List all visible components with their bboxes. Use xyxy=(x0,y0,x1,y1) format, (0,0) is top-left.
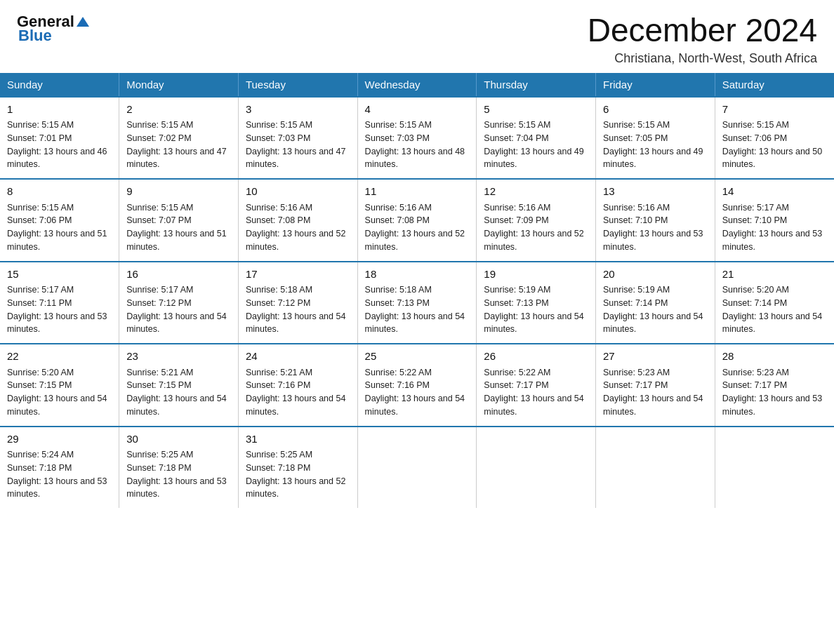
logo-text-blue: Blue xyxy=(18,27,52,44)
day-number: 9 xyxy=(126,184,231,200)
day-number: 16 xyxy=(126,267,231,283)
header-saturday: Saturday xyxy=(715,73,834,97)
day-info: Sunrise: 5:15 AM Sunset: 7:04 PM Dayligh… xyxy=(484,119,588,171)
day-info: Sunrise: 5:22 AM Sunset: 7:16 PM Dayligh… xyxy=(365,366,470,419)
day-number: 6 xyxy=(603,102,708,118)
calendar-cell: 22 Sunrise: 5:20 AM Sunset: 7:15 PM Dayl… xyxy=(0,344,119,427)
day-number: 30 xyxy=(126,431,231,448)
calendar-cell: 9 Sunrise: 5:15 AM Sunset: 7:07 PM Dayli… xyxy=(119,179,239,262)
day-number: 4 xyxy=(365,102,470,118)
day-number: 5 xyxy=(484,102,588,118)
calendar-week-5: 29 Sunrise: 5:24 AM Sunset: 7:18 PM Dayl… xyxy=(0,427,834,509)
calendar-cell: 24 Sunrise: 5:21 AM Sunset: 7:16 PM Dayl… xyxy=(238,344,357,427)
day-info: Sunrise: 5:24 AM Sunset: 7:18 PM Dayligh… xyxy=(7,448,112,501)
day-info: Sunrise: 5:17 AM Sunset: 7:10 PM Dayligh… xyxy=(722,201,827,254)
day-info: Sunrise: 5:15 AM Sunset: 7:03 PM Dayligh… xyxy=(246,119,350,171)
day-info: Sunrise: 5:20 AM Sunset: 7:14 PM Dayligh… xyxy=(722,283,827,336)
day-info: Sunrise: 5:22 AM Sunset: 7:17 PM Dayligh… xyxy=(484,366,588,419)
calendar-cell: 19 Sunrise: 5:19 AM Sunset: 7:13 PM Dayl… xyxy=(477,262,596,344)
calendar-cell: 2 Sunrise: 5:15 AM Sunset: 7:02 PM Dayli… xyxy=(119,97,239,180)
day-info: Sunrise: 5:17 AM Sunset: 7:12 PM Dayligh… xyxy=(126,283,231,336)
day-info: Sunrise: 5:18 AM Sunset: 7:12 PM Dayligh… xyxy=(246,283,350,336)
day-info: Sunrise: 5:15 AM Sunset: 7:07 PM Dayligh… xyxy=(126,201,231,254)
day-number: 22 xyxy=(7,349,112,365)
day-number: 25 xyxy=(365,349,470,365)
day-number: 15 xyxy=(7,267,112,283)
header-tuesday: Tuesday xyxy=(238,73,357,97)
day-info: Sunrise: 5:23 AM Sunset: 7:17 PM Dayligh… xyxy=(722,366,827,419)
day-number: 19 xyxy=(484,267,588,283)
day-number: 17 xyxy=(246,267,350,283)
calendar-cell xyxy=(477,427,596,509)
calendar-cell: 3 Sunrise: 5:15 AM Sunset: 7:03 PM Dayli… xyxy=(238,97,357,180)
calendar-subtitle: Christiana, North-West, South Africa xyxy=(588,51,817,66)
calendar-cell: 14 Sunrise: 5:17 AM Sunset: 7:10 PM Dayl… xyxy=(715,179,834,262)
calendar-header-row: Sunday Monday Tuesday Wednesday Thursday… xyxy=(0,73,834,97)
calendar-cell: 26 Sunrise: 5:22 AM Sunset: 7:17 PM Dayl… xyxy=(477,344,596,427)
day-info: Sunrise: 5:20 AM Sunset: 7:15 PM Dayligh… xyxy=(7,366,112,419)
calendar-table: Sunday Monday Tuesday Wednesday Thursday… xyxy=(0,73,834,509)
calendar-cell: 20 Sunrise: 5:19 AM Sunset: 7:14 PM Dayl… xyxy=(596,262,715,344)
day-info: Sunrise: 5:21 AM Sunset: 7:16 PM Dayligh… xyxy=(246,366,350,419)
calendar-cell: 27 Sunrise: 5:23 AM Sunset: 7:17 PM Dayl… xyxy=(596,344,715,427)
day-number: 8 xyxy=(7,184,112,200)
header-friday: Friday xyxy=(596,73,715,97)
calendar-cell: 31 Sunrise: 5:25 AM Sunset: 7:18 PM Dayl… xyxy=(238,427,357,509)
day-info: Sunrise: 5:25 AM Sunset: 7:18 PM Dayligh… xyxy=(126,448,231,501)
title-block: December 2024 Christiana, North-West, So… xyxy=(588,13,817,66)
calendar-cell: 8 Sunrise: 5:15 AM Sunset: 7:06 PM Dayli… xyxy=(0,179,119,262)
header-wednesday: Wednesday xyxy=(357,73,477,97)
day-number: 2 xyxy=(126,102,231,118)
day-number: 23 xyxy=(126,349,231,365)
calendar-cell xyxy=(596,427,715,509)
day-info: Sunrise: 5:23 AM Sunset: 7:17 PM Dayligh… xyxy=(603,366,708,419)
calendar-cell: 17 Sunrise: 5:18 AM Sunset: 7:12 PM Dayl… xyxy=(238,262,357,344)
calendar-cell: 10 Sunrise: 5:16 AM Sunset: 7:08 PM Dayl… xyxy=(238,179,357,262)
calendar-cell: 18 Sunrise: 5:18 AM Sunset: 7:13 PM Dayl… xyxy=(357,262,477,344)
logo: General Blue xyxy=(17,13,89,45)
day-number: 26 xyxy=(484,349,588,365)
calendar-cell: 4 Sunrise: 5:15 AM Sunset: 7:03 PM Dayli… xyxy=(357,97,477,180)
calendar-cell xyxy=(715,427,834,509)
day-number: 14 xyxy=(722,184,827,200)
day-number: 11 xyxy=(365,184,470,200)
calendar-week-2: 8 Sunrise: 5:15 AM Sunset: 7:06 PM Dayli… xyxy=(0,179,834,262)
calendar-cell: 28 Sunrise: 5:23 AM Sunset: 7:17 PM Dayl… xyxy=(715,344,834,427)
day-info: Sunrise: 5:19 AM Sunset: 7:13 PM Dayligh… xyxy=(484,283,588,336)
calendar-cell: 6 Sunrise: 5:15 AM Sunset: 7:05 PM Dayli… xyxy=(596,97,715,180)
calendar-cell: 23 Sunrise: 5:21 AM Sunset: 7:15 PM Dayl… xyxy=(119,344,239,427)
header-thursday: Thursday xyxy=(477,73,596,97)
header-sunday: Sunday xyxy=(0,73,119,97)
day-number: 20 xyxy=(603,267,708,283)
calendar-cell: 25 Sunrise: 5:22 AM Sunset: 7:16 PM Dayl… xyxy=(357,344,477,427)
day-info: Sunrise: 5:15 AM Sunset: 7:06 PM Dayligh… xyxy=(722,119,827,171)
calendar-cell: 21 Sunrise: 5:20 AM Sunset: 7:14 PM Dayl… xyxy=(715,262,834,344)
day-number: 29 xyxy=(7,431,112,448)
day-number: 27 xyxy=(603,349,708,365)
day-number: 24 xyxy=(246,349,350,365)
header-monday: Monday xyxy=(119,73,239,97)
calendar-cell: 16 Sunrise: 5:17 AM Sunset: 7:12 PM Dayl… xyxy=(119,262,239,344)
calendar-cell: 1 Sunrise: 5:15 AM Sunset: 7:01 PM Dayli… xyxy=(0,97,119,180)
day-info: Sunrise: 5:17 AM Sunset: 7:11 PM Dayligh… xyxy=(7,283,112,336)
calendar-cell: 5 Sunrise: 5:15 AM Sunset: 7:04 PM Dayli… xyxy=(477,97,596,180)
day-number: 1 xyxy=(7,102,112,118)
calendar-week-4: 22 Sunrise: 5:20 AM Sunset: 7:15 PM Dayl… xyxy=(0,344,834,427)
day-info: Sunrise: 5:21 AM Sunset: 7:15 PM Dayligh… xyxy=(126,366,231,419)
day-number: 7 xyxy=(722,102,827,118)
calendar-cell: 13 Sunrise: 5:16 AM Sunset: 7:10 PM Dayl… xyxy=(596,179,715,262)
day-info: Sunrise: 5:15 AM Sunset: 7:02 PM Dayligh… xyxy=(126,119,231,171)
day-info: Sunrise: 5:19 AM Sunset: 7:14 PM Dayligh… xyxy=(603,283,708,336)
day-number: 12 xyxy=(484,184,588,200)
day-info: Sunrise: 5:16 AM Sunset: 7:10 PM Dayligh… xyxy=(603,201,708,254)
calendar-week-1: 1 Sunrise: 5:15 AM Sunset: 7:01 PM Dayli… xyxy=(0,97,834,180)
day-number: 21 xyxy=(722,267,827,283)
day-number: 3 xyxy=(246,102,350,118)
day-info: Sunrise: 5:15 AM Sunset: 7:06 PM Dayligh… xyxy=(7,201,112,254)
calendar-title: December 2024 xyxy=(588,13,817,48)
day-info: Sunrise: 5:18 AM Sunset: 7:13 PM Dayligh… xyxy=(365,283,470,336)
day-info: Sunrise: 5:25 AM Sunset: 7:18 PM Dayligh… xyxy=(246,448,350,501)
calendar-cell xyxy=(357,427,477,509)
calendar-cell: 12 Sunrise: 5:16 AM Sunset: 7:09 PM Dayl… xyxy=(477,179,596,262)
day-number: 18 xyxy=(365,267,470,283)
